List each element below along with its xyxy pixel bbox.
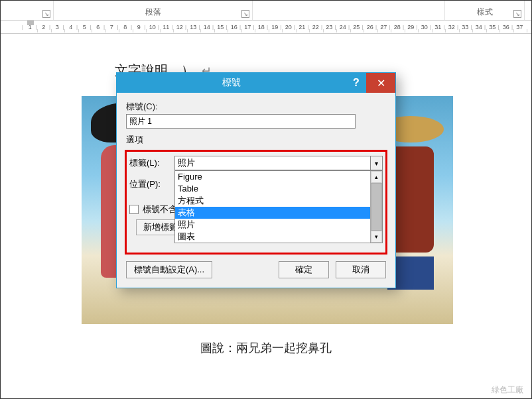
ruler-tick: 10 [146,24,160,30]
ruler-tick: 26 [364,24,377,30]
ruler-tick: 29 [404,24,418,30]
ruler-tick: 16 [228,24,241,30]
exclude-label-checkbox[interactable] [129,205,139,214]
caption-input[interactable] [126,114,356,129]
dropdown-option[interactable]: 照片 [175,219,382,231]
ruler-tick: 12 [173,24,187,30]
dialog-launcher-icon[interactable]: ↘ [42,10,50,18]
label-combobox-value: 照片 [178,157,195,169]
ruler-tick: 35 [486,24,499,30]
watermark-text: 緑色工廠 [492,384,523,396]
dialog-launcher-icon[interactable]: ↘ [513,10,521,18]
ruler-tick: 27 [377,24,391,30]
dialog-button-row: 標號自動設定(A)... 確定 取消 [126,261,386,278]
label-combo-wrapper: 照片 ▾ Figure Table 方程式 表格 照片 圖表 ▴ [174,156,383,170]
ribbon-group-1: ↘ [1,1,54,20]
ruler-tick: 13 [186,24,200,30]
cancel-button[interactable]: 取消 [336,261,386,278]
ruler-tick: 25 [350,24,364,30]
dialog-launcher-icon[interactable]: ↘ [241,10,249,18]
ruler-tick: 8 [119,24,133,30]
ruler-tick: 24 [336,24,350,30]
ruler-tick: 31 [431,24,445,30]
dialog-body: 標號(C): 選項 標籤(L): 照片 ▾ Figure Table [117,93,395,288]
dropdown-option-selected[interactable]: 表格 [175,207,382,219]
ruler-tick: 23 [322,24,336,30]
ruler-tick: 32 [445,24,459,30]
ruler-tick: 34 [472,24,486,30]
ruler-tick: 20 [282,24,296,30]
dialog-titlebar[interactable]: 標號 ? ✕ [117,73,395,93]
ribbon-groups: ↘ 段落 ↘ 樣式 ↘ [1,1,531,20]
ruler-tick: 2 [37,24,51,30]
caption-label: 標號(C): [126,101,386,113]
dialog-title: 標號 [117,77,346,89]
ruler-tick: 37 [513,24,527,30]
ruler-tick: 28 [391,24,405,30]
label-combobox[interactable]: 照片 ▾ [174,156,383,170]
label-field-label: 標籤(L): [129,157,174,169]
ruler-tick: 15 [214,24,228,30]
label-row: 標籤(L): 照片 ▾ Figure Table 方程式 表格 照片 圖表 [129,156,383,170]
ruler-tick: 33 [458,24,472,30]
ribbon: ↘ 段落 ↘ 樣式 ↘ [1,1,531,21]
ok-button[interactable]: 確定 [279,261,329,278]
ruler-tick: 30 [418,24,432,30]
position-field-label: 位置(P): [129,178,174,190]
ruler-tick: 5 [78,24,92,30]
exclude-label-text: 標號不含 [143,203,177,215]
ruler-tick: 36 [499,24,513,30]
ribbon-group-paragraph: 段落 ↘ [54,1,253,20]
ruler-tick: 9 [132,24,146,30]
exclude-label-row: 標號不含 [129,203,177,215]
caption-row: 標號(C): [126,101,386,129]
dropdown-option[interactable]: 圖表 [175,231,382,243]
scroll-thumb[interactable] [371,183,382,231]
ribbon-group-label: 段落 [145,7,161,18]
ruler-tick: 11 [159,24,173,30]
ruler-tick: 3 [50,24,64,30]
chevron-down-icon[interactable]: ▾ [370,156,382,170]
dropdown-scrollbar[interactable]: ▴ ▾ [370,171,382,243]
ruler-tick: 17 [241,24,255,30]
dropdown-option[interactable]: Table [175,183,382,195]
help-button[interactable]: ? [346,77,366,89]
close-button[interactable]: ✕ [366,73,395,93]
ruler-tick: 1 [23,24,37,30]
ruler-tick: 22 [309,24,323,30]
ribbon-group-label: 樣式 [477,7,493,18]
ruler-tick: 14 [200,24,214,30]
ruler-tick: 4 [64,24,78,30]
ribbon-group-styles: 樣式 ↘ [445,1,525,20]
ruler-tick: 6 [92,24,105,30]
options-section-label: 選項 [126,134,386,146]
document-area: 文字說明。） ↵ 標號 ? ✕ 標號(C): 選項 標籤(L): [1,34,531,399]
ruler-tick: 21 [295,24,309,30]
ruler-tick: 19 [268,24,282,30]
image-caption-text: 圖說：兩兄弟一起挖鼻孔 [1,340,531,356]
close-icon: ✕ [377,77,385,89]
dropdown-option[interactable]: Figure [175,171,382,183]
auto-caption-button[interactable]: 標號自動設定(A)... [126,261,212,278]
annotation-highlight: 標籤(L): 照片 ▾ Figure Table 方程式 表格 照片 圖表 [125,150,387,255]
ribbon-group-3 [253,1,445,20]
caption-dialog: 標號 ? ✕ 標號(C): 選項 標籤(L): 照片 ▾ [116,72,396,288]
scroll-up-icon[interactable]: ▴ [371,171,382,183]
ruler-tick: 18 [255,24,269,30]
label-dropdown-list: Figure Table 方程式 表格 照片 圖表 ▴ ▾ [174,170,383,243]
dropdown-option[interactable]: 方程式 [175,195,382,207]
scroll-down-icon[interactable]: ▾ [371,231,382,243]
ruler-tick: 7 [105,24,119,30]
horizontal-ruler[interactable]: 1234567891011121314151617181920212223242… [1,21,531,34]
